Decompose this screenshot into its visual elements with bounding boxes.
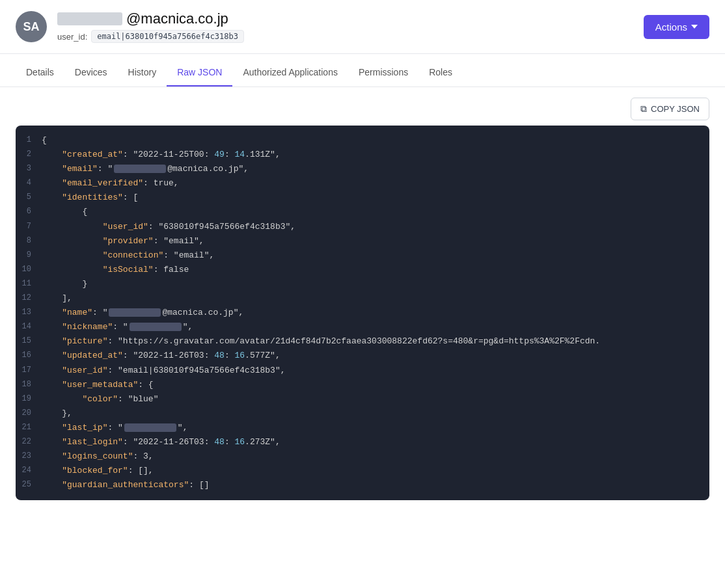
user-id-row: user_id: email|638010f945a7566ef4c318b3 (57, 30, 644, 43)
line-number: 16 (16, 349, 42, 363)
email-redacted-block (57, 12, 122, 25)
line-content: "created_at": "2022-11-25T00: 49: 14.131… (42, 148, 709, 162)
json-viewer: 1{2 "created_at": "2022-11-25T00: 49: 14… (16, 126, 709, 500)
line-content: "guardian_authenticators": [] (42, 478, 709, 492)
json-line: 6 { (16, 205, 709, 219)
json-line: 14 "nickname": "", (16, 320, 709, 334)
line-number: 18 (16, 378, 42, 392)
json-line: 2 "created_at": "2022-11-25T00: 49: 14.1… (16, 148, 709, 162)
tab-history[interactable]: History (118, 59, 167, 87)
line-content: "logins_count": 3, (42, 449, 709, 464)
tab-authorized-applications[interactable]: Authorized Applications (232, 59, 348, 87)
line-number: 20 (16, 407, 42, 421)
line-number: 10 (16, 263, 42, 277)
tabs-nav: Details Devices History Raw JSON Authori… (0, 59, 725, 87)
line-number: 13 (16, 306, 42, 320)
avatar: SA (16, 11, 47, 42)
json-line: 13 "name": "@macnica.co.jp", (16, 306, 709, 320)
json-block: 1{2 "created_at": "2022-11-25T00: 49: 14… (16, 126, 709, 500)
json-line: 8 "provider": "email", (16, 234, 709, 248)
line-number: 8 (16, 234, 42, 248)
line-number: 1 (16, 133, 42, 148)
tab-raw-json[interactable]: Raw JSON (167, 59, 232, 87)
tab-roles[interactable]: Roles (418, 59, 463, 87)
user-id-label: user_id: (57, 32, 87, 42)
json-line: 22 "last_login": "2022-11-26T03: 48: 16.… (16, 435, 709, 449)
redacted-block (109, 308, 161, 317)
redacted-block (124, 423, 176, 432)
line-content: "isSocial": false (42, 263, 709, 277)
json-line: 25 "guardian_authenticators": [] (16, 478, 709, 492)
redacted-block (114, 165, 166, 173)
user-id-badge: email|638010f945a7566ef4c318b3 (91, 30, 244, 43)
copy-json-button[interactable]: ⧉ COPY JSON (631, 98, 709, 120)
line-number: 15 (16, 334, 42, 349)
line-number: 19 (16, 392, 42, 407)
user-header: SA @macnica.co.jp user_id: email|638010f… (0, 0, 725, 54)
line-content: "provider": "email", (42, 234, 709, 248)
tab-details[interactable]: Details (16, 59, 64, 87)
line-content: "email": "@macnica.co.jp", (42, 162, 709, 176)
line-content: "nickname": "", (42, 320, 709, 334)
line-content: "color": "blue" (42, 392, 709, 407)
json-line: 4 "email_verified": true, (16, 176, 709, 191)
line-content: "last_login": "2022-11-26T03: 48: 16.273… (42, 435, 709, 449)
copy-row: ⧉ COPY JSON (0, 87, 725, 126)
line-number: 9 (16, 248, 42, 263)
line-number: 17 (16, 364, 42, 378)
actions-button[interactable]: Actions (644, 15, 709, 39)
line-number: 23 (16, 449, 42, 464)
json-line: 10 "isSocial": false (16, 263, 709, 277)
json-line: 7 "user_id": "638010f945a7566ef4c318b3", (16, 220, 709, 234)
line-number: 24 (16, 464, 42, 478)
user-info: @macnica.co.jp user_id: email|638010f945… (57, 10, 644, 43)
line-content: "name": "@macnica.co.jp", (42, 306, 709, 320)
actions-label: Actions (655, 21, 687, 33)
line-content: "user_metadata": { (42, 378, 709, 392)
line-content: "user_id": "email|638010f945a7566ef4c318… (42, 364, 709, 378)
line-number: 6 (16, 205, 42, 219)
line-number: 22 (16, 435, 42, 449)
copy-icon: ⧉ (640, 103, 647, 114)
line-content: "last_ip": "", (42, 421, 709, 435)
json-line: 17 "user_id": "email|638010f945a7566ef4c… (16, 364, 709, 378)
line-content: "blocked_for": [], (42, 464, 709, 478)
chevron-down-icon (691, 25, 698, 29)
line-number: 21 (16, 421, 42, 435)
json-line: 21 "last_ip": "", (16, 421, 709, 435)
line-number: 7 (16, 220, 42, 234)
line-content: ], (42, 291, 709, 306)
line-content: { (42, 133, 709, 148)
json-line: 19 "color": "blue" (16, 392, 709, 407)
line-content: "picture": "https://s.gravatar.com/avata… (42, 334, 709, 349)
json-line: 15 "picture": "https://s.gravatar.com/av… (16, 334, 709, 349)
json-line: 9 "connection": "email", (16, 248, 709, 263)
json-line: 20 }, (16, 407, 709, 421)
tab-permissions[interactable]: Permissions (348, 59, 418, 87)
line-number: 5 (16, 191, 42, 205)
line-content: "identities": [ (42, 191, 709, 205)
copy-json-label: COPY JSON (651, 104, 700, 114)
redacted-block (130, 323, 182, 331)
json-line: 24 "blocked_for": [], (16, 464, 709, 478)
line-number: 11 (16, 277, 42, 291)
json-line: 23 "logins_count": 3, (16, 449, 709, 464)
json-line: 11 } (16, 277, 709, 291)
line-content: "user_id": "638010f945a7566ef4c318b3", (42, 220, 709, 234)
line-content: "updated_at": "2022-11-26T03: 48: 16.577… (42, 349, 709, 363)
email-suffix: @macnica.co.jp (126, 10, 228, 27)
line-number: 12 (16, 291, 42, 306)
line-number: 2 (16, 148, 42, 162)
json-line: 3 "email": "@macnica.co.jp", (16, 162, 709, 176)
line-number: 4 (16, 176, 42, 191)
json-line: 18 "user_metadata": { (16, 378, 709, 392)
json-line: 16 "updated_at": "2022-11-26T03: 48: 16.… (16, 349, 709, 363)
tab-devices[interactable]: Devices (64, 59, 118, 87)
line-number: 3 (16, 162, 42, 176)
line-content: }, (42, 407, 709, 421)
json-line: 12 ], (16, 291, 709, 306)
json-line: 5 "identities": [ (16, 191, 709, 205)
line-content: "connection": "email", (42, 248, 709, 263)
line-content: } (42, 277, 709, 291)
line-content: { (42, 205, 709, 219)
